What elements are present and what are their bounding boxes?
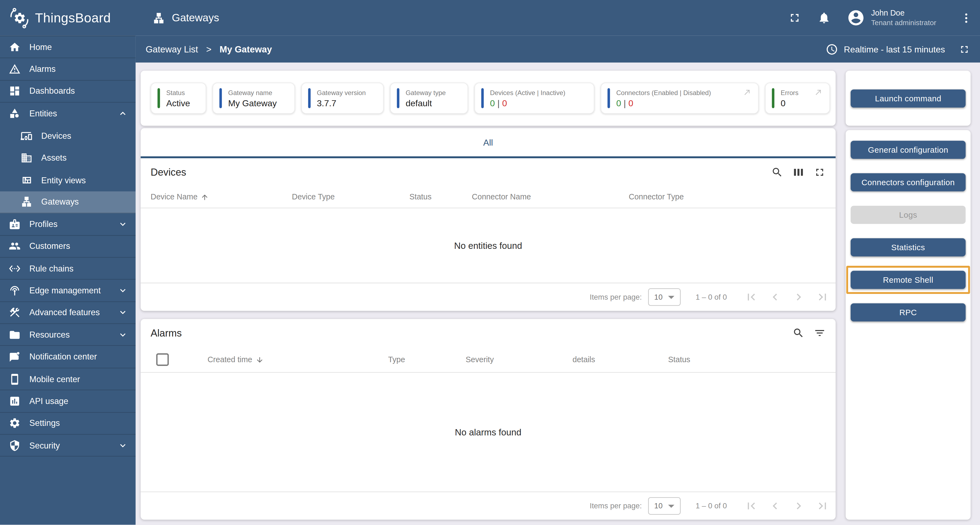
timewindow-area: Realtime - last 15 minutes	[826, 43, 970, 56]
general-configuration-button[interactable]: General configuration	[851, 141, 966, 159]
dashboard-icon	[9, 85, 21, 97]
app-logo[interactable]: ThingsBoard	[0, 6, 136, 29]
last-page-icon[interactable]	[816, 499, 829, 513]
column-created-time[interactable]: Created time	[207, 355, 388, 364]
sidebar-item-rule-chains[interactable]: Rule chains	[0, 258, 136, 280]
next-page-icon[interactable]	[792, 290, 805, 304]
gateway-actions-panel: General configuration Connectors configu…	[846, 130, 971, 520]
first-page-icon[interactable]	[745, 290, 758, 304]
page-title: Gateways	[172, 11, 219, 24]
sidebar-item-gateways[interactable]: Gateways	[0, 191, 136, 213]
open-link-icon[interactable]	[814, 88, 822, 96]
sidebar-item-entities[interactable]: Entities	[0, 103, 136, 125]
entities-icon	[9, 108, 21, 120]
chevron-down-icon	[118, 219, 128, 230]
sidebar-item-alarms[interactable]: Alarms	[0, 59, 136, 81]
notification-icon	[9, 351, 21, 363]
dashboard-fullscreen-button[interactable]	[945, 43, 970, 54]
open-link-icon[interactable]	[743, 88, 751, 96]
sub-header: Gateway List > My Gateway Realtime - las…	[136, 36, 980, 62]
connectors-count-value: 0|0	[616, 98, 751, 108]
status-value: Active	[166, 98, 199, 108]
tab-all[interactable]: All	[483, 137, 493, 147]
gateway-version-value: 3.7.7	[317, 98, 376, 108]
next-page-icon[interactable]	[792, 499, 805, 513]
chevron-up-icon	[118, 109, 128, 119]
last-page-icon[interactable]	[816, 290, 829, 304]
gateway-name-card: Gateway name My Gateway	[212, 83, 295, 113]
alarms-toolbar: Alarms	[141, 319, 835, 347]
sidebar-item-advanced-features[interactable]: Advanced features	[0, 302, 136, 324]
previous-page-icon[interactable]	[768, 499, 782, 513]
profiles-icon	[9, 218, 21, 230]
overflow-menu-button[interactable]	[936, 11, 973, 24]
sidebar-item-mobile-center[interactable]: Mobile center	[0, 368, 136, 390]
sidebar-item-resources[interactable]: Resources	[0, 324, 136, 346]
tab-indicator	[141, 156, 835, 158]
column-device-name[interactable]: Device Name	[151, 193, 292, 201]
user-info: John Doe Tenant administrator	[871, 8, 936, 27]
launch-command-button[interactable]: Launch command	[851, 89, 966, 107]
column-connector-type[interactable]: Connector Type	[629, 193, 826, 201]
column-status[interactable]: Status	[409, 193, 472, 201]
avatar-icon	[847, 9, 865, 27]
sidebar-item-devices[interactable]: Devices	[0, 125, 136, 147]
column-status[interactable]: Status	[668, 355, 826, 364]
sidebar-item-edge-management[interactable]: Edge management	[0, 280, 136, 302]
launch-command-panel: Launch command	[846, 71, 971, 126]
mobile-icon	[9, 373, 21, 385]
sidebar-item-assets[interactable]: Assets	[0, 147, 136, 169]
sidebar-item-customers[interactable]: Customers	[0, 235, 136, 258]
breadcrumb-parent[interactable]: Gateway List	[145, 44, 198, 54]
columns-icon[interactable]	[792, 166, 805, 179]
user-name: John Doe	[871, 8, 936, 18]
sidebar-item-home[interactable]: Home	[0, 36, 136, 59]
column-details[interactable]: details	[573, 355, 668, 364]
column-severity[interactable]: Severity	[466, 355, 573, 364]
sidebar-item-settings[interactable]: Settings	[0, 412, 136, 435]
notifications-button[interactable]	[817, 11, 830, 24]
sidebar-item-notification-center[interactable]: Notification center	[0, 346, 136, 368]
column-type[interactable]: Type	[388, 355, 466, 364]
user-menu-button[interactable]	[847, 9, 865, 27]
sidebar-item-profiles[interactable]: Profiles	[0, 213, 136, 235]
sidebar-item-dashboards[interactable]: Dashboards	[0, 81, 136, 103]
connectors-configuration-button[interactable]: Connectors configuration	[851, 173, 966, 191]
previous-page-icon[interactable]	[768, 290, 782, 304]
clock-icon	[826, 43, 838, 56]
search-icon[interactable]	[771, 166, 783, 179]
devices-count-value: 0|0	[490, 98, 587, 108]
search-icon[interactable]	[792, 327, 805, 339]
fullscreen-icon[interactable]	[814, 166, 826, 179]
column-connector-name[interactable]: Connector Name	[472, 193, 629, 201]
sidebar-item-security[interactable]: Security	[0, 435, 136, 457]
first-page-icon[interactable]	[745, 499, 758, 513]
page-title-area: Gateways	[153, 11, 219, 24]
errors-card[interactable]: Errors 0	[765, 83, 830, 113]
alarms-title: Alarms	[151, 327, 182, 339]
page-size-select[interactable]: 10	[648, 497, 681, 515]
statistics-button[interactable]: Statistics	[851, 238, 966, 256]
logs-button: Logs	[851, 206, 966, 224]
alarm-icon	[9, 63, 21, 75]
breadcrumb-separator: >	[206, 44, 211, 54]
dropdown-caret-icon	[668, 504, 675, 507]
timewindow-button[interactable]: Realtime - last 15 minutes	[826, 43, 945, 56]
page-size-select[interactable]: 10	[648, 288, 681, 306]
entity-views-icon	[21, 174, 33, 186]
connectors-count-card[interactable]: Connectors (Enabled | Disabled) 0|0	[601, 83, 759, 113]
sidebar-item-entity-views[interactable]: Entity views	[0, 169, 136, 191]
filter-icon[interactable]	[814, 327, 826, 339]
sidebar-item-api-usage[interactable]: API usage	[0, 390, 136, 412]
rpc-button[interactable]: RPC	[851, 303, 966, 321]
fullscreen-icon	[788, 11, 801, 24]
column-device-type[interactable]: Device Type	[292, 193, 409, 201]
select-all-checkbox[interactable]	[156, 353, 169, 366]
gateways-icon	[153, 11, 165, 24]
chevron-down-icon	[118, 440, 128, 451]
fullscreen-icon	[959, 43, 970, 54]
sort-desc-icon	[255, 356, 263, 364]
remote-shell-button[interactable]: Remote Shell	[851, 271, 966, 289]
fullscreen-button[interactable]	[788, 11, 801, 24]
breadcrumb: Gateway List > My Gateway	[145, 44, 272, 54]
